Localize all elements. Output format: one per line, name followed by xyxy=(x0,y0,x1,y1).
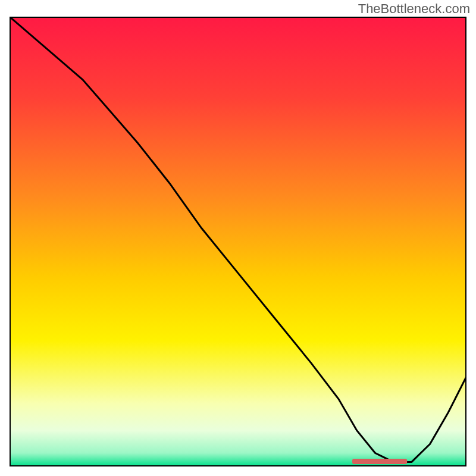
chart-svg xyxy=(10,17,466,466)
attribution-text: TheBottleneck.com xyxy=(358,1,470,17)
chart-area xyxy=(10,17,466,466)
optimal-zone-marker xyxy=(352,459,407,464)
gradient-background xyxy=(10,17,466,466)
